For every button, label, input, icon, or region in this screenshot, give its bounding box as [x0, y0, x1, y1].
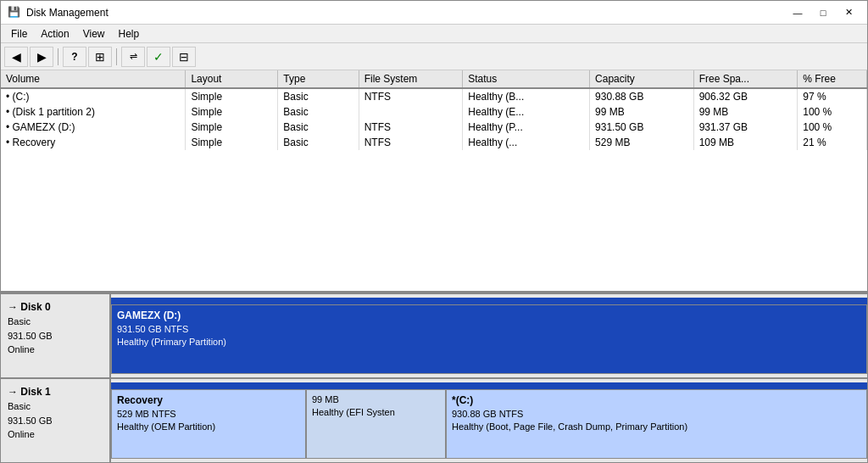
- disk1-partition-efi[interactable]: 99 MB Healthy (EFI Systen: [306, 389, 446, 459]
- col-header-layout: Layout: [186, 70, 278, 88]
- disk1-efi-size: 99 MB: [312, 393, 440, 406]
- cell-pctfree: 100 %: [798, 104, 867, 120]
- col-header-freespace: Free Spa...: [693, 70, 798, 88]
- cell-volume: • (Disk 1 partition 2): [1, 104, 186, 120]
- disk1-efi-status: Healthy (EFI Systen: [312, 406, 440, 419]
- disk0-row: → Disk 0 Basic 931.50 GB Online GAMEZX (…: [1, 293, 867, 377]
- col-header-capacity: Capacity: [590, 70, 694, 88]
- volume-table-body: • (C:) Simple Basic NTFS Healthy (B... 9…: [1, 88, 867, 150]
- disk0-size: 931.50 GB: [8, 329, 103, 343]
- disk1-status: Online: [8, 427, 103, 442]
- toolbar-check[interactable]: ✓: [147, 47, 170, 67]
- toolbar-minus[interactable]: ⊟: [172, 47, 196, 67]
- menu-file[interactable]: File: [4, 26, 34, 42]
- disk1-partitions: Recovery 529 MB NTFS Healthy (OEM Partit…: [111, 379, 867, 462]
- restore-button[interactable]: □: [811, 4, 835, 21]
- title-bar-left: 💾 Disk Management: [8, 6, 108, 20]
- table-row[interactable]: • (C:) Simple Basic NTFS Healthy (B... 9…: [1, 88, 867, 104]
- table-row[interactable]: • Recovery Simple Basic NTFS Healthy (..…: [1, 135, 867, 150]
- disk1-recovery-status: Healthy (OEM Partition): [117, 421, 300, 433]
- disk1-name: → Disk 1: [8, 384, 103, 399]
- cell-volume: • (C:): [1, 88, 186, 104]
- cell-layout: Simple: [186, 135, 278, 150]
- toolbar-forward[interactable]: ▶: [30, 47, 53, 67]
- cell-freespace: 109 MB: [693, 135, 798, 150]
- disk0-label: → Disk 0 Basic 931.50 GB Online: [1, 294, 111, 377]
- title-bar-controls: — □ ✕: [786, 4, 860, 21]
- disk0-header-bar: [111, 298, 867, 304]
- disk0-type: Basic: [8, 315, 103, 329]
- disk0-partition-status: Healthy (Primary Partition): [117, 336, 861, 349]
- toolbar-help[interactable]: ?: [63, 47, 86, 67]
- minimize-button[interactable]: —: [786, 4, 810, 21]
- disk1-partition-recovery[interactable]: Recovery 529 MB NTFS Healthy (OEM Partit…: [111, 389, 306, 459]
- disk1-size: 931.50 GB: [8, 414, 103, 428]
- cell-type: Basic: [278, 88, 359, 104]
- cell-status: Healthy (P...: [463, 120, 590, 135]
- cell-freespace: 99 MB: [693, 104, 798, 120]
- table-row[interactable]: • GAMEZX (D:) Simple Basic NTFS Healthy …: [1, 120, 867, 135]
- col-header-status: Status: [463, 70, 590, 88]
- table-row[interactable]: • (Disk 1 partition 2) Simple Basic Heal…: [1, 104, 867, 120]
- disk1-row: → Disk 1 Basic 931.50 GB Online Recovery…: [1, 377, 867, 462]
- disk0-name: → Disk 0: [8, 299, 103, 315]
- cell-filesystem: NTFS: [359, 120, 463, 135]
- disk1-recovery-size: 529 MB NTFS: [117, 408, 300, 421]
- window-title: Disk Management: [26, 7, 108, 19]
- cell-capacity: 99 MB: [590, 104, 694, 120]
- disk0-partition-gamezx[interactable]: GAMEZX (D:) 931.50 GB NTFS Healthy (Prim…: [111, 304, 867, 374]
- col-header-filesystem: File System: [359, 70, 463, 88]
- cell-pctfree: 100 %: [798, 120, 867, 135]
- disk1-c-status: Healthy (Boot, Page File, Crash Dump, Pr…: [452, 421, 861, 433]
- disk0-status: Online: [8, 343, 103, 357]
- toolbar-refresh[interactable]: ⇌: [121, 47, 145, 67]
- cell-pctfree: 21 %: [798, 135, 867, 150]
- close-button[interactable]: ✕: [837, 4, 860, 21]
- menu-action[interactable]: Action: [34, 26, 75, 42]
- disk1-c-size: 930.88 GB NTFS: [452, 408, 861, 421]
- volume-table: Volume Layout Type File System Status Ca…: [1, 70, 867, 150]
- main-area: Volume Layout Type File System Status Ca…: [1, 70, 867, 462]
- disk1-type: Basic: [8, 399, 103, 414]
- cell-capacity: 930.88 GB: [590, 88, 694, 104]
- title-bar: 💾 Disk Management — □ ✕: [1, 1, 867, 25]
- cell-status: Healthy (B...: [463, 88, 590, 104]
- cell-type: Basic: [278, 120, 359, 135]
- cell-capacity: 931.50 GB: [590, 120, 694, 135]
- disk1-header-bar: [111, 382, 867, 389]
- cell-volume: • GAMEZX (D:): [1, 120, 186, 135]
- cell-layout: Simple: [186, 88, 278, 104]
- cell-freespace: 931.37 GB: [693, 120, 798, 135]
- menu-help[interactable]: Help: [112, 26, 147, 42]
- col-header-type: Type: [278, 70, 359, 88]
- col-header-pctfree: % Free: [798, 70, 867, 88]
- toolbar-back[interactable]: ◀: [4, 47, 28, 67]
- cell-filesystem: NTFS: [359, 88, 463, 104]
- menu-view[interactable]: View: [76, 26, 112, 42]
- toolbar-separator-2: [116, 48, 117, 65]
- disk1-c-name: *(C:): [452, 393, 861, 408]
- cell-filesystem: NTFS: [359, 135, 463, 150]
- cell-status: Healthy (E...: [463, 104, 590, 120]
- toolbar-grid[interactable]: ⊞: [88, 47, 112, 67]
- toolbar: ◀ ▶ ? ⊞ ⇌ ✓ ⊟: [1, 43, 867, 70]
- disk1-partition-c[interactable]: *(C:) 930.88 GB NTFS Healthy (Boot, Page…: [446, 389, 867, 459]
- cell-layout: Simple: [186, 120, 278, 135]
- volume-table-section: Volume Layout Type File System Status Ca…: [1, 70, 867, 293]
- disk-section: → Disk 0 Basic 931.50 GB Online GAMEZX (…: [1, 293, 867, 462]
- window-icon: 💾: [8, 6, 21, 20]
- cell-layout: Simple: [186, 104, 278, 120]
- disk0-partition-name: GAMEZX (D:): [117, 309, 861, 323]
- cell-volume: • Recovery: [1, 135, 186, 150]
- cell-freespace: 906.32 GB: [693, 88, 798, 104]
- cell-filesystem: [359, 104, 463, 120]
- cell-pctfree: 97 %: [798, 88, 867, 104]
- cell-type: Basic: [278, 104, 359, 120]
- disk0-partitions: GAMEZX (D:) 931.50 GB NTFS Healthy (Prim…: [111, 294, 867, 377]
- cell-capacity: 529 MB: [590, 135, 694, 150]
- disk1-recovery-name: Recovery: [117, 393, 300, 408]
- disk1-partition-row: Recovery 529 MB NTFS Healthy (OEM Partit…: [111, 389, 867, 459]
- cell-status: Healthy (...: [463, 135, 590, 150]
- cell-type: Basic: [278, 135, 359, 150]
- disk1-label: → Disk 1 Basic 931.50 GB Online: [1, 379, 111, 462]
